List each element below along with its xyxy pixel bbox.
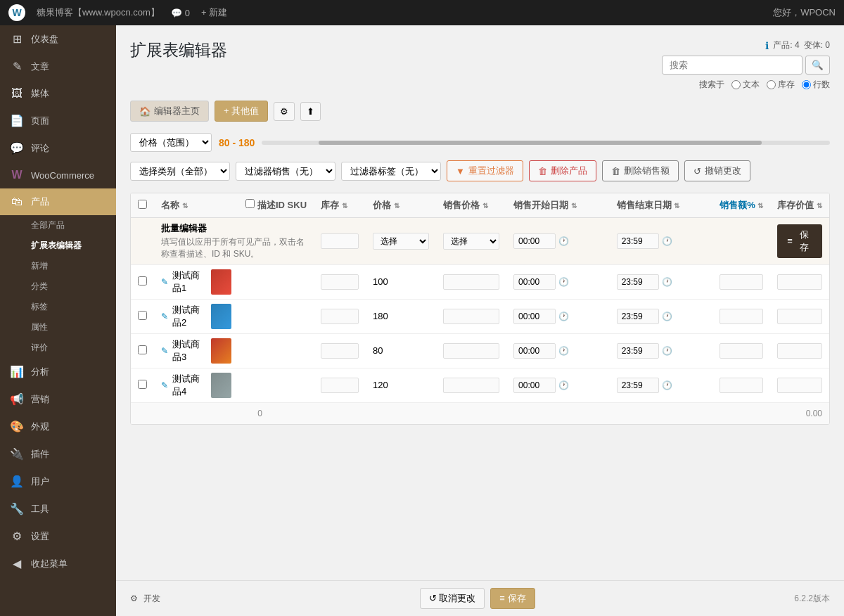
sidebar-item-tools[interactable]: 🔧 工具 (0, 495, 116, 522)
row1-sale-end-input[interactable] (617, 274, 659, 290)
sidebar-item-plugins[interactable]: 🔌 插件 (0, 440, 116, 468)
other-values-button[interactable]: + 其他值 (215, 101, 268, 122)
row2-stock-val-input[interactable] (777, 309, 822, 324)
clock-icon-row4-start[interactable]: 🕐 (558, 380, 569, 390)
row3-checkbox[interactable] (138, 345, 147, 354)
sidebar-sub-attributes[interactable]: 属性 (0, 317, 116, 338)
row1-checkbox[interactable] (138, 276, 147, 285)
sidebar-sub-categories[interactable]: 分类 (0, 276, 116, 297)
row1-stock-input[interactable] (321, 274, 359, 290)
batch-sale-price-select[interactable]: 选择 (443, 233, 499, 250)
price-filter-select[interactable]: 价格（范围） (130, 133, 212, 152)
new-button[interactable]: + 新建 (201, 6, 227, 19)
sidebar-item-products[interactable]: 🛍 产品 (0, 188, 116, 215)
row3-sale-price-input[interactable] (443, 343, 499, 359)
desc-checkbox[interactable] (245, 199, 255, 208)
clock-icon-row1-start[interactable]: 🕐 (558, 277, 569, 287)
col-name[interactable]: 名称 ⇅ (154, 193, 238, 218)
reset-filter-button[interactable]: ▼ 重置过滤器 (447, 160, 523, 181)
sidebar-item-media[interactable]: 🖼 媒体 (0, 80, 116, 107)
batch-stock-input[interactable] (321, 233, 359, 249)
clock-icon-row2-start[interactable]: 🕐 (558, 312, 569, 321)
col-stock-val[interactable]: 库存价值 ⇅ (770, 193, 829, 218)
col-price[interactable]: 价格 ⇅ (366, 193, 436, 218)
row4-edit-icon[interactable]: ✎ (161, 380, 168, 390)
select-all-checkbox[interactable] (138, 200, 147, 209)
clock-icon-row4-end[interactable]: 🕐 (662, 380, 672, 390)
row4-sale-price-input[interactable] (443, 378, 499, 393)
row3-stock-val-input[interactable] (777, 343, 822, 359)
sidebar-item-appearance[interactable]: 🎨 外观 (0, 413, 116, 440)
row4-stock-val-input[interactable] (777, 378, 822, 393)
comments-link[interactable]: 💬 0 (171, 8, 190, 18)
tags-filter[interactable]: 过滤器标签（无） (341, 162, 441, 181)
row2-stock-input[interactable] (321, 309, 359, 324)
sidebar-sub-all-products[interactable]: 全部产品 (0, 215, 116, 236)
row4-sale-start-input[interactable] (513, 378, 556, 393)
row2-sale-end-input[interactable] (617, 309, 659, 324)
batch-save-button[interactable]: ≡ 保存 (777, 224, 822, 258)
sidebar-item-settings[interactable]: ⚙ 设置 (0, 522, 116, 550)
clock-icon-row2-end[interactable]: 🕐 (662, 312, 672, 321)
delete-products-button[interactable]: 🗑 删除产品 (529, 160, 596, 181)
clock-icon-row3-end[interactable]: 🕐 (662, 346, 672, 356)
sidebar-item-dashboard[interactable]: ⊞ 仪表盘 (0, 25, 116, 53)
sales-filter[interactable]: 过滤器销售（无） (236, 162, 335, 181)
batch-sale-end-input[interactable] (617, 233, 659, 249)
category-filter[interactable]: 选择类别（全部） (130, 162, 230, 181)
row3-sale-end-input[interactable] (617, 343, 659, 359)
sidebar-item-collapse[interactable]: ◀ 收起菜单 (0, 550, 116, 577)
search-option-stock[interactable]: 库存 (767, 79, 795, 91)
row1-sale-price-input[interactable] (443, 274, 499, 290)
cancel-button[interactable]: ↺ 取消更改 (420, 588, 485, 609)
col-stock[interactable]: 库存 ⇅ (314, 193, 366, 218)
sidebar-item-analysis[interactable]: 📊 分析 (0, 358, 116, 385)
row1-edit-icon[interactable]: ✎ (161, 277, 168, 287)
row1-sale-pct-input[interactable] (720, 274, 763, 290)
row2-sale-pct-input[interactable] (720, 309, 763, 324)
row3-edit-icon[interactable]: ✎ (161, 346, 168, 356)
row4-stock-input[interactable] (321, 378, 359, 393)
sidebar-item-users[interactable]: 👤 用户 (0, 468, 116, 495)
sidebar-item-marketing[interactable]: 📢 营销 (0, 385, 116, 413)
col-sale-start[interactable]: 销售开始日期 ⇅ (506, 193, 610, 218)
sidebar-item-woocommerce[interactable]: W WooCommerce (0, 162, 116, 188)
clock-icon-row3-start[interactable]: 🕐 (558, 346, 569, 356)
revert-button[interactable]: ↺ 撤销更改 (684, 160, 750, 181)
row4-sale-end-input[interactable] (617, 378, 659, 393)
row2-edit-icon[interactable]: ✎ (161, 312, 168, 321)
row3-stock-input[interactable] (321, 343, 359, 359)
search-option-text[interactable]: 文本 (731, 79, 760, 91)
batch-price-select[interactable]: 选择 (373, 233, 429, 250)
sidebar-item-posts[interactable]: ✎ 文章 (0, 53, 116, 80)
row1-sale-start-input[interactable] (513, 274, 556, 290)
row4-sale-pct-input[interactable] (720, 378, 763, 393)
search-input[interactable] (662, 56, 803, 75)
search-button[interactable]: 🔍 (805, 56, 830, 75)
batch-sale-start-input[interactable] (513, 233, 556, 249)
sidebar-sub-bulk-editor[interactable]: 扩展表编辑器 (0, 236, 116, 256)
search-option-rows[interactable]: 行数 (802, 79, 830, 91)
row2-checkbox[interactable] (138, 311, 147, 320)
editor-home-button[interactable]: 🏠 编辑器主页 (130, 101, 209, 122)
settings-button[interactable]: ⚙ (274, 102, 295, 121)
sidebar-item-pages[interactable]: 📄 页面 (0, 107, 116, 134)
sidebar-sub-reviews[interactable]: 评价 (0, 338, 116, 358)
row4-checkbox[interactable] (138, 380, 147, 389)
sidebar-sub-tags[interactable]: 标签 (0, 297, 116, 317)
price-range-slider[interactable] (262, 141, 830, 145)
delete-sales-button[interactable]: 🗑 删除销售额 (602, 160, 679, 181)
clock-icon-row1-end[interactable]: 🕐 (662, 277, 672, 287)
sidebar-item-comments[interactable]: 💬 评论 (0, 134, 116, 162)
clock-icon-batch-end[interactable]: 🕐 (662, 236, 672, 246)
upload-button[interactable]: ⬆ (300, 102, 321, 121)
row3-sale-pct-input[interactable] (720, 343, 763, 359)
row2-sale-price-input[interactable] (443, 309, 499, 324)
clock-icon-batch-start[interactable]: 🕐 (558, 236, 569, 246)
col-sale-pct[interactable]: 销售额% ⇅ (712, 193, 770, 218)
row2-sale-start-input[interactable] (513, 309, 556, 324)
row1-stock-val-input[interactable] (777, 274, 822, 290)
row3-sale-start-input[interactable] (513, 343, 556, 359)
sidebar-sub-add-new[interactable]: 新增 (0, 256, 116, 276)
col-sale-price[interactable]: 销售价格 ⇅ (436, 193, 506, 218)
